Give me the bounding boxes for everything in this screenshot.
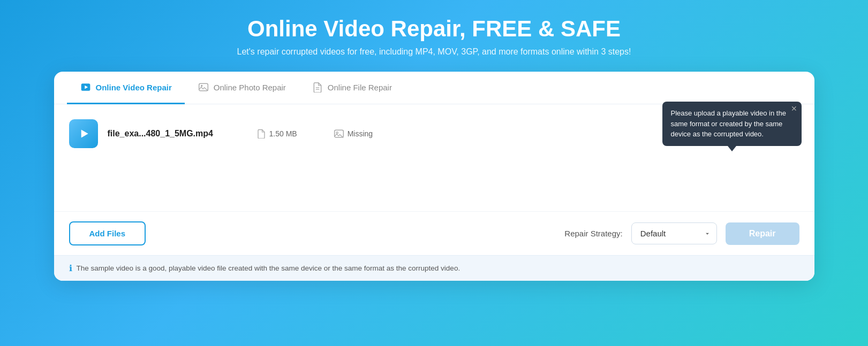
info-icon: ℹ [69,263,72,273]
tooltip-container: ✕ Please upload a playable video in the … [662,102,802,146]
page-subtitle: Let's repair corrupted videos for free, … [237,47,631,57]
file-status-value: Missing [348,129,373,138]
svg-point-8 [336,132,338,134]
tab-file-repair[interactable]: Online File Repair [299,72,405,104]
tooltip-close-button[interactable]: ✕ [791,105,797,112]
file-thumbnail [69,119,98,148]
tab-file-repair-label: Online File Repair [328,83,392,92]
file-name: file_exa...480_1_5MG.mp4 [108,129,225,139]
info-bar-text: The sample video is a good, playable vid… [77,264,461,272]
repair-strategy-select[interactable]: Default Fast Advanced [631,222,717,244]
photo-tab-icon [198,81,209,93]
file-status-icon [334,128,344,139]
tooltip-box: ✕ Please upload a playable video in the … [662,102,802,146]
page-title: Online Video Repair, FREE & SAFE [237,16,631,42]
add-files-button[interactable]: Add Files [69,221,146,245]
repair-strategy-label: Repair Strategy: [564,229,622,238]
header-section: Online Video Repair, FREE & SAFE Let's r… [237,16,631,57]
tab-video-repair[interactable]: Online Video Repair [67,72,185,104]
repair-button[interactable]: Repair [726,222,799,245]
tab-video-repair-label: Online Video Repair [96,83,172,92]
bottom-bar: Add Files Repair Strategy: Default Fast … [54,211,814,255]
tab-photo-repair-label: Online Photo Repair [214,83,286,92]
file-tab-icon [312,81,323,93]
svg-marker-6 [81,130,88,138]
repair-group: Repair Strategy: Default Fast Advanced R… [564,222,799,245]
file-size-value: 1.50 MB [269,129,297,138]
file-size-icon [256,129,266,139]
tab-bar: Online Video Repair Online Photo Repair [54,72,814,104]
svg-point-3 [201,85,202,87]
tab-photo-repair[interactable]: Online Photo Repair [185,72,299,104]
video-tab-icon [80,81,92,93]
tooltip-text: Please upload a playable video in the sa… [671,109,786,138]
info-bar: ℹ The sample video is a good, playable v… [54,255,814,281]
file-status-group: Missing [334,128,373,139]
main-card: ✕ Please upload a playable video in the … [54,72,814,281]
file-size-group: 1.50 MB [256,129,297,139]
